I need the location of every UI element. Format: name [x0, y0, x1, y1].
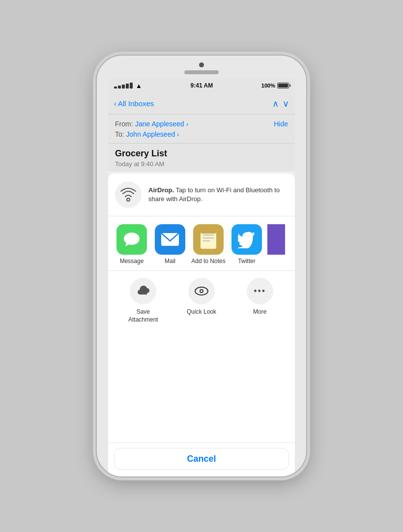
chevron-left-icon: ‹ — [114, 99, 116, 108]
status-right: 100% — [261, 83, 289, 89]
eye-icon — [194, 286, 209, 296]
share-sheet: AirDrop. Tap to turn on Wi-Fi and Blueto… — [108, 174, 295, 476]
action-icons-section: SaveAttachment Quick Look — [108, 271, 295, 329]
airdrop-description: AirDrop. Tap to turn on Wi-Fi and Blueto… — [148, 186, 288, 204]
action-icons-row: SaveAttachment Quick Look — [114, 278, 289, 324]
app-icons-row: Message Mail — [108, 224, 295, 265]
notes-icon — [193, 224, 224, 255]
svg-point-0 — [127, 198, 130, 201]
share-more-partial — [267, 224, 285, 265]
email-header: From: Jane Appleseed › Hide To: John App… — [108, 115, 295, 144]
up-arrow-button[interactable]: ∧ — [272, 98, 279, 109]
down-arrow-button[interactable]: ∨ — [283, 98, 289, 109]
more-actions-button[interactable]: ••• More — [230, 278, 289, 324]
battery-fill — [278, 84, 288, 88]
mail-label: Mail — [165, 258, 175, 265]
from-chevron-icon: › — [186, 120, 188, 128]
quick-look-button[interactable]: Quick Look — [173, 278, 231, 324]
save-attachment-button[interactable]: SaveAttachment — [114, 278, 173, 324]
email-date: Today at 9:40 AM — [115, 160, 288, 168]
to-label: To: — [115, 130, 124, 138]
nav-bar: ‹ All Inboxes ∧ ∨ — [108, 93, 295, 115]
share-twitter-button[interactable]: Twitter — [229, 224, 264, 265]
from-field: From: Jane Appleseed › — [115, 119, 188, 128]
quick-look-label: Quick Look — [187, 308, 216, 316]
cancel-section: Cancel — [108, 443, 295, 476]
quick-look-icon-wrap — [188, 278, 215, 304]
back-button[interactable]: ‹ All Inboxes — [114, 99, 154, 108]
airdrop-bold-text: AirDrop. — [148, 186, 174, 194]
email-to-row: To: John Appleseed › — [115, 130, 288, 138]
phone-device: ▲ 9:41 AM 100% ‹ All Inboxes ∧ ∨ — [96, 55, 307, 477]
svg-rect-6 — [201, 230, 216, 234]
app-icons-section: Message Mail — [108, 216, 295, 271]
camera-dot — [199, 62, 204, 67]
nav-arrows: ∧ ∨ — [272, 98, 289, 109]
twitter-icon — [231, 224, 262, 255]
cancel-button[interactable]: Cancel — [114, 448, 289, 470]
mail-envelope-icon — [160, 232, 180, 247]
email-subject-section: Grocery List Today at 9:40 AM — [108, 144, 295, 172]
notes-paper-icon — [197, 228, 220, 251]
more-partial-icon — [267, 224, 285, 255]
from-label: From: — [115, 120, 133, 128]
battery-percent: 100% — [261, 83, 275, 89]
from-name[interactable]: Jane Appleseed — [135, 120, 184, 128]
save-attachment-label: SaveAttachment — [128, 308, 158, 324]
svg-point-9 — [201, 290, 202, 292]
battery-icon — [277, 83, 289, 89]
message-label: Message — [120, 258, 144, 265]
more-dots-icon: ••• — [254, 286, 266, 296]
email-from-row: From: Jane Appleseed › Hide — [115, 119, 288, 128]
speaker-grille — [184, 70, 219, 74]
airdrop-section: AirDrop. Tap to turn on Wi-Fi and Blueto… — [108, 174, 295, 216]
share-notes-button[interactable]: Add to Notes — [191, 224, 226, 265]
to-name[interactable]: John Appleseed — [126, 130, 175, 138]
airdrop-icon-wrap — [115, 181, 142, 208]
share-message-button[interactable]: Message — [114, 224, 149, 265]
wifi-icon: ▲ — [136, 82, 142, 89]
message-icon — [116, 224, 147, 255]
airdrop-icon — [119, 186, 137, 204]
more-icon-wrap: ••• — [247, 278, 273, 304]
save-attachment-icon-wrap — [130, 278, 156, 304]
hide-button[interactable]: Hide — [274, 120, 288, 128]
phone-top-bar — [97, 56, 306, 78]
status-left: ▲ — [114, 82, 142, 89]
to-chevron-icon: › — [177, 131, 179, 138]
twitter-label: Twitter — [238, 258, 255, 265]
more-label: More — [253, 308, 266, 316]
signal-dots — [114, 83, 133, 89]
twitter-bird-icon — [238, 231, 256, 248]
status-time: 9:41 AM — [191, 82, 213, 89]
email-subject: Grocery List — [115, 148, 288, 159]
share-mail-button[interactable]: Mail — [152, 224, 188, 265]
phone-screen: ▲ 9:41 AM 100% ‹ All Inboxes ∧ ∨ — [108, 78, 295, 476]
back-label: All Inboxes — [118, 99, 154, 108]
status-bar: ▲ 9:41 AM 100% — [108, 78, 295, 93]
cloud-download-icon — [136, 285, 150, 297]
mail-icon — [155, 224, 185, 255]
message-bubble-icon — [122, 230, 141, 249]
notes-label: Add to Notes — [191, 258, 225, 265]
